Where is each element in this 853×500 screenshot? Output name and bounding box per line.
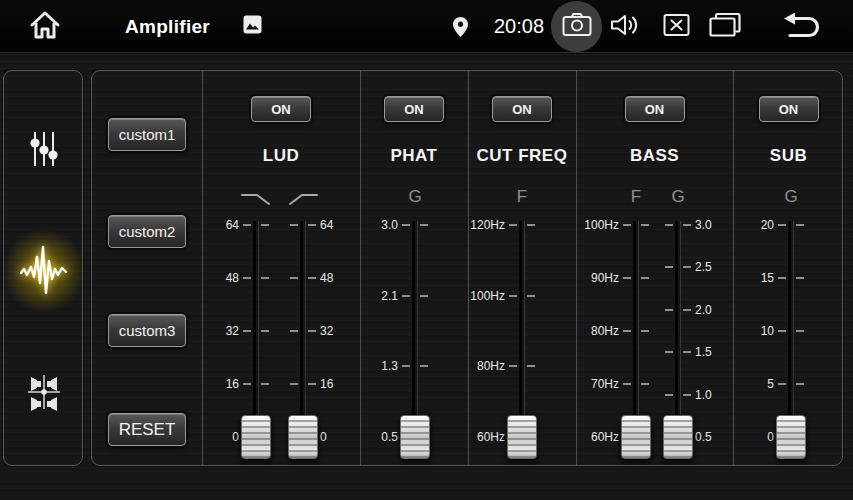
slider-knob[interactable] — [400, 415, 430, 459]
tick-dash — [527, 224, 535, 226]
tick-label: 0 — [767, 431, 774, 443]
image-icon — [243, 15, 262, 38]
lud-on-button[interactable]: ON — [251, 96, 311, 122]
slider-knob[interactable] — [776, 415, 806, 459]
sub-on-button[interactable]: ON — [759, 96, 819, 122]
tick-dash — [683, 266, 691, 268]
tick-label: 5 — [767, 378, 774, 390]
tick-dash — [509, 224, 517, 226]
tick-row: 20 — [726, 219, 843, 231]
tick-dash — [420, 224, 428, 226]
preset-button-custom3[interactable]: custom3 — [108, 314, 186, 347]
tick-dash — [665, 224, 673, 226]
sidebar-item-equalizer[interactable] — [4, 129, 84, 173]
close-icon — [663, 13, 690, 41]
recent-apps-icon — [708, 12, 742, 42]
tick-label: 0 — [320, 431, 327, 443]
tick-dash — [778, 277, 786, 279]
tick-dash — [778, 383, 786, 385]
tick-dash — [402, 365, 410, 367]
fader-column-phat: ON PHAT G 3.02.11.30.5 — [360, 71, 468, 465]
main-content: custom1 custom2 custom3 RESET ON LUD 644… — [0, 54, 853, 500]
sidebar-item-balance[interactable] — [4, 372, 84, 416]
top-bar: Amplifier 20:08 — [0, 0, 853, 53]
volume-button[interactable] — [610, 0, 642, 53]
tick-label: 100Hz — [470, 290, 505, 302]
tick-dash — [527, 365, 535, 367]
tick-dash — [509, 295, 517, 297]
tick-dash — [665, 309, 673, 311]
gain-label: G — [726, 187, 843, 207]
tick-dash — [796, 277, 804, 279]
tick-dash — [683, 309, 691, 311]
tick-label: 16 — [320, 378, 333, 390]
bass-on-button[interactable]: ON — [625, 96, 685, 122]
tick-label: 0.5 — [381, 431, 398, 443]
tick-label: 2.5 — [695, 261, 712, 273]
tick-label: 2.1 — [381, 290, 398, 302]
tick-dash — [527, 295, 535, 297]
tick-dash — [665, 351, 673, 353]
tick-label: 1.3 — [381, 360, 398, 372]
tick-dash — [308, 330, 316, 332]
location-icon — [453, 0, 468, 53]
amplifier-panel: custom1 custom2 custom3 RESET ON LUD 644… — [91, 70, 843, 466]
tick-dash — [665, 394, 673, 396]
tick-label: 20 — [761, 219, 774, 231]
tick-dash — [308, 383, 316, 385]
tick-label: 0.5 — [695, 431, 712, 443]
nav-sidebar — [3, 70, 83, 466]
home-button[interactable] — [26, 0, 64, 53]
cutfreq-fader: 120Hz100Hz80Hz60Hz — [457, 219, 587, 459]
gain-label: G — [613, 187, 743, 207]
tick-dash — [290, 330, 298, 332]
phat-on-button[interactable]: ON — [384, 96, 444, 122]
column-title: LUD — [202, 146, 360, 166]
tick-dash — [402, 224, 410, 226]
close-button[interactable] — [663, 0, 690, 53]
lud-right-fader: 644832160 — [238, 219, 368, 459]
column-title: BASS — [576, 146, 733, 166]
tick-dash — [509, 365, 517, 367]
clock: 20:08 — [494, 0, 544, 53]
tick-label: 48 — [226, 272, 239, 284]
tick-dash — [402, 295, 410, 297]
slider-knob[interactable] — [663, 415, 693, 459]
camera-icon — [562, 12, 592, 41]
recent-apps-button[interactable] — [708, 0, 742, 53]
back-icon — [782, 12, 822, 42]
slider-knob[interactable] — [507, 415, 537, 459]
lowpass-curve-icon — [239, 191, 273, 211]
cutfreq-on-button[interactable]: ON — [492, 96, 552, 122]
tick-dash — [683, 351, 691, 353]
sub-fader: 20151050 — [726, 219, 843, 459]
tick-dash — [290, 224, 298, 226]
tick-dash — [778, 224, 786, 226]
slider-knob[interactable] — [288, 415, 318, 459]
tick-dash — [290, 383, 298, 385]
sound-waveform-icon — [19, 241, 69, 301]
fader-column-cutfreq: ON CUT FREQ F 120Hz100Hz80Hz60Hz — [468, 71, 576, 465]
tick-dash — [778, 330, 786, 332]
tick-label: 64 — [320, 219, 333, 231]
fader-column-lud: ON LUD 644832160 644832160 — [202, 71, 360, 465]
preset-column: custom1 custom2 custom3 RESET — [92, 71, 202, 465]
preset-button-custom2[interactable]: custom2 — [108, 215, 186, 248]
column-title: PHAT — [360, 146, 468, 166]
tick-label: 1.0 — [695, 389, 712, 401]
back-button[interactable] — [782, 0, 822, 53]
image-button[interactable] — [243, 0, 262, 53]
tick-label: 120Hz — [470, 219, 505, 231]
tick-label: 10 — [761, 325, 774, 337]
tick-label: 32 — [226, 325, 239, 337]
column-title: CUT FREQ — [468, 146, 576, 166]
preset-button-custom1[interactable]: custom1 — [108, 118, 186, 151]
reset-button[interactable]: RESET — [108, 413, 186, 446]
tick-label: 3.0 — [381, 219, 398, 231]
tick-dash — [290, 277, 298, 279]
tick-dash — [420, 295, 428, 297]
tick-label: 80Hz — [477, 360, 505, 372]
tick-label: 60Hz — [477, 431, 505, 443]
camera-button[interactable] — [551, 1, 602, 52]
sidebar-item-waveform-active[interactable] — [4, 243, 84, 299]
